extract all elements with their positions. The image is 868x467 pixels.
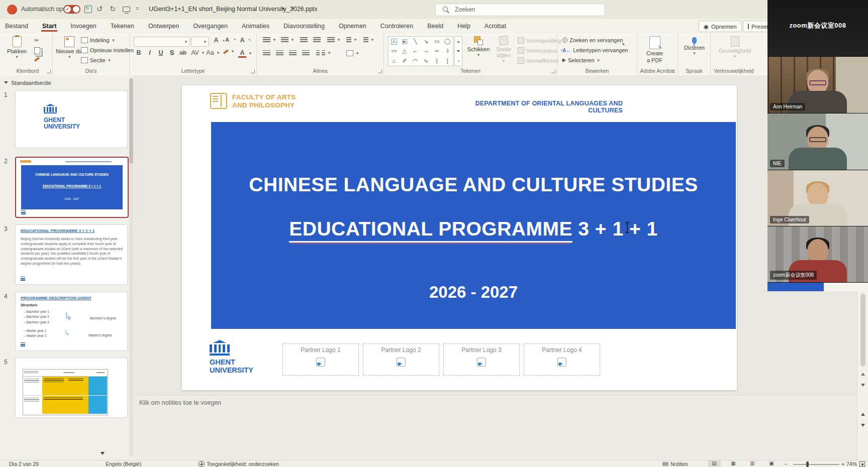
underline-button[interactable]: U (157, 49, 165, 56)
shape-outline-button[interactable]: Vormcontour▼ (518, 47, 563, 54)
slide-indicator[interactable]: Dia 2 van 29 (9, 461, 39, 467)
shape-gallery-scroll[interactable]: ≡ (454, 36, 462, 66)
strikethrough-button[interactable]: ab (179, 49, 187, 56)
slide-subtitle[interactable]: EDUCATIONAL PROGRAMME 3 + 1 + 1 (211, 218, 736, 240)
dialog-launcher-icon[interactable] (378, 69, 382, 73)
right-brace-shape-icon[interactable]: } (446, 58, 448, 64)
section-collapse-icon[interactable] (4, 81, 8, 84)
tab-ontwerpen[interactable]: Ontwerpen (147, 21, 180, 32)
decrease-indent-button[interactable] (300, 37, 308, 43)
scrollbar-thumb[interactable] (860, 294, 865, 367)
partner-logo-placeholder-1[interactable]: Partner Logo 1 (282, 343, 359, 376)
shrink-font-button[interactable]: A▼ (223, 37, 236, 43)
insert-picture-icon[interactable] (477, 358, 486, 367)
clear-formatting-button[interactable]: A✎ (238, 37, 251, 44)
fit-to-window-icon[interactable] (859, 461, 865, 467)
record-button[interactable]: ◉ Opnemen (699, 21, 742, 32)
save-icon[interactable] (84, 6, 92, 13)
slide-sorter-view-button[interactable]: ▦ (727, 460, 740, 467)
zoom-slider[interactable] (793, 464, 839, 465)
thumbnail-scrollbar[interactable] (129, 77, 133, 457)
textbox-shape-icon[interactable]: A (391, 39, 397, 45)
zoom-level[interactable]: 74% (846, 461, 857, 467)
text-direction-button[interactable]: ▼ (346, 37, 357, 43)
notes-pane[interactable]: Klik om notities toe te voegen (134, 395, 857, 460)
redo-icon[interactable]: ↻ (110, 5, 116, 14)
tab-controleren[interactable]: Controleren (379, 21, 414, 32)
undo-icon[interactable]: ↺ (97, 5, 103, 14)
zoom-slider-thumb[interactable] (806, 461, 809, 467)
slide-thumbnail-5[interactable] (15, 358, 128, 418)
slide-thumbnail-4[interactable]: PROGRAMME DESCRIPTION UGENT Structure Ba… (15, 292, 128, 351)
tab-beeld[interactable]: Beeld (426, 21, 444, 32)
notes-toggle-button[interactable]: Notities (662, 461, 688, 467)
copy-button[interactable] (34, 47, 40, 54)
create-pdf-button[interactable]: Create a PDF (646, 36, 663, 63)
select-button[interactable]: Selecteren▼ (562, 57, 601, 63)
text-shadow-button[interactable]: S (168, 49, 176, 56)
line-shape-icon[interactable]: ╲ (414, 38, 417, 45)
triangle-shape-icon[interactable]: △ (403, 48, 407, 54)
search-input[interactable]: Zoeken (435, 4, 605, 16)
numbering-button[interactable]: ▼ (281, 37, 295, 43)
partner-logo-placeholder-4[interactable]: Partner Logo 4 (524, 343, 600, 376)
thumbnail-scroll-down-icon[interactable] (101, 452, 105, 455)
dialog-launcher-icon[interactable] (551, 69, 555, 73)
cut-button[interactable]: ✂ (34, 37, 39, 44)
sensitivity-button[interactable]: Gevoeligheid ▼ (719, 36, 751, 59)
elbow-arrow-icon[interactable]: ¬ (424, 48, 427, 54)
slide-canvas[interactable]: FACULTY OF ARTS AND PHILOSOPHY DEPARTMEN… (182, 85, 737, 390)
find-replace-button[interactable]: Zoeken en vervangen (562, 37, 623, 43)
oval-shape-icon[interactable]: ◯ (444, 38, 450, 45)
align-center-button[interactable] (276, 50, 283, 56)
font-size-select[interactable]: ▼ (191, 37, 209, 47)
zoom-in-button[interactable]: + (841, 461, 844, 467)
replace-fonts-button[interactable]: A↔ Lettertypen vervangen (562, 47, 628, 53)
video-tile-partial[interactable] (767, 283, 868, 291)
accessibility-status[interactable]: Toegankelijkheid: onderzoeken (199, 461, 279, 467)
shape-gallery[interactable]: A ▶ ╲ ↘ ▭ ◯ ▭ △ ⌐ ¬ ⇨ ⇩ ⌂ ✐ ◠ ∿ { (388, 36, 453, 66)
video-tile-inge-claerhout[interactable]: Inge Claerhout (767, 170, 868, 226)
slide-thumbnail-2-selected[interactable]: CHINESE LANGUAGE AND CULTURE STUDIES EDU… (15, 157, 129, 218)
increase-indent-button[interactable] (313, 37, 321, 43)
video-tile-ann-heirman[interactable]: Ann Heirman (767, 57, 868, 113)
slide-title[interactable]: CHINESE LANGUAGE AND CULTURE STUDIES (211, 174, 736, 196)
character-spacing-button[interactable]: AV▼ (191, 49, 205, 56)
right-arrow-shape-icon[interactable]: ⇨ (434, 48, 439, 54)
department-text[interactable]: DEPARTMENT OF ORIENTAL LANGUAGES AND CUL… (451, 100, 623, 114)
font-name-select[interactable]: ▼ (134, 37, 190, 47)
tab-diavoorstelling[interactable]: Diavoorstelling (282, 21, 326, 32)
justify-button[interactable] (302, 50, 310, 56)
zoom-out-button[interactable]: − (784, 461, 787, 467)
down-arrow-shape-icon[interactable]: ⇩ (445, 48, 450, 54)
bold-button[interactable]: B (135, 49, 143, 56)
align-text-button[interactable]: ▼ (363, 37, 374, 43)
bullets-button[interactable]: ▼ (263, 37, 276, 43)
tab-start[interactable]: Start (41, 21, 57, 32)
slide-years[interactable]: 2026 - 2027 (211, 283, 736, 302)
freeform-shape-icon[interactable]: ⌂ (392, 58, 396, 64)
dialog-launcher-icon[interactable] (47, 69, 51, 73)
scroll-down-icon[interactable] (457, 50, 460, 52)
align-left-button[interactable] (263, 50, 270, 56)
insert-picture-icon[interactable] (557, 358, 566, 367)
normal-view-button[interactable]: ▤ (708, 460, 721, 467)
video-tile-zoom-room[interactable]: zoom新会议室008 (767, 226, 868, 282)
slideshow-icon[interactable] (123, 7, 130, 12)
section-label[interactable]: Standaardsectie (11, 80, 51, 86)
new-slide-button[interactable]: Nieuwe dia ▼ (56, 36, 83, 60)
scribble-shape-icon[interactable]: ✐ (402, 58, 407, 64)
rounded-rect-shape-icon[interactable]: ▭ (391, 48, 396, 54)
rectangle-shape-icon[interactable]: ▭ (434, 38, 439, 45)
highlight-color-button[interactable]: ▼ (223, 49, 235, 54)
slide-thumbnail-3[interactable]: EDUCATIONAL PROGRAMME 3 + 1 + 1 Beijing … (15, 224, 128, 285)
faculty-logo-text[interactable]: FACULTY OF ARTS AND PHILOSOPHY (232, 93, 296, 109)
tab-acrobat[interactable]: Acrobat (484, 21, 507, 32)
tab-opnemen[interactable]: Opnemen (338, 21, 367, 32)
reading-view-button[interactable]: ▥ (746, 460, 759, 467)
format-painter-button[interactable] (34, 58, 40, 60)
gallery-more-icon[interactable]: ≡ (457, 59, 459, 63)
elbow-connector-icon[interactable]: ⌐ (414, 48, 417, 54)
font-color-button[interactable]: A▼ (238, 49, 252, 58)
line-spacing-button[interactable]: ▼ (327, 37, 341, 43)
